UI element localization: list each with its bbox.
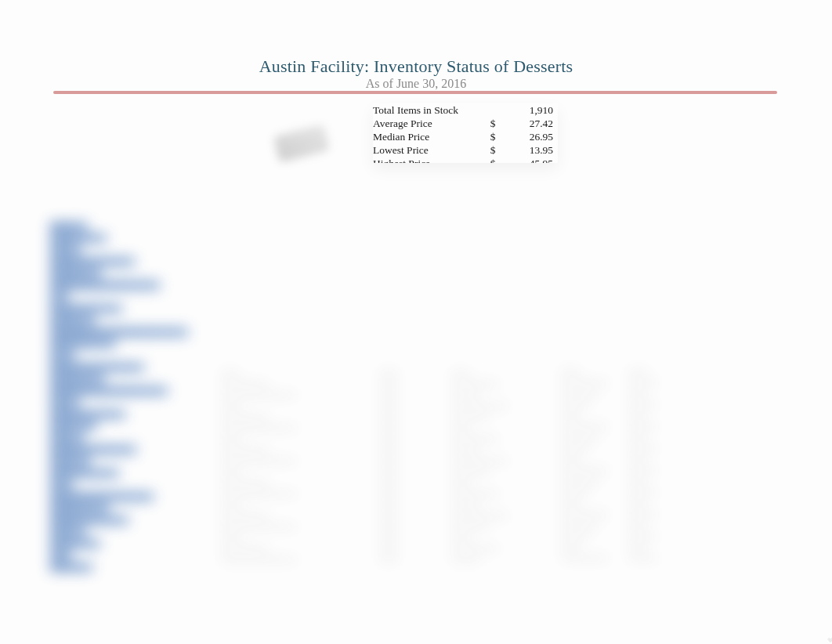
divider (53, 91, 777, 94)
blurred-column: ————————————————————————————————————————… (221, 367, 346, 564)
summary-symbol: $ (483, 143, 503, 157)
blurred-graphic (273, 125, 330, 163)
summary-value: 13.95 (503, 143, 558, 157)
report-page: Austin Facility: Inventory Status of Des… (0, 0, 832, 644)
summary-value: 1,910 (503, 103, 558, 117)
summary-symbol: $ (483, 117, 503, 130)
blurred-column: ————————————————————————————————————————… (628, 365, 657, 563)
summary-label: Total Items in Stock (373, 103, 483, 117)
summary-row-total: Total Items in Stock 1,910 (373, 103, 558, 117)
summary-label: Average Price (373, 117, 483, 130)
summary-row-highest: Highest Price $ 45.95 (373, 157, 558, 163)
summary-box: Total Items in Stock 1,910 Average Price… (373, 103, 558, 163)
summary-symbol (483, 103, 503, 117)
blurred-bar-chart (50, 223, 199, 572)
scroll-hint-icon (819, 631, 830, 642)
summary-symbol: $ (483, 130, 503, 143)
summary-label: Lowest Price (373, 143, 483, 157)
blurred-column: ———————————————————————————————————— (379, 367, 401, 564)
summary-value: 45.95 (503, 157, 558, 163)
blurred-column: ————————————————————————————————————————… (451, 367, 514, 564)
summary-row-average: Average Price $ 27.42 (373, 117, 558, 130)
summary-label: Median Price (373, 130, 483, 143)
summary-row-lowest: Lowest Price $ 13.95 (373, 143, 558, 157)
summary-symbol: $ (483, 157, 503, 163)
summary-row-median: Median Price $ 26.95 (373, 130, 558, 143)
summary-value: 27.42 (503, 117, 558, 130)
summary-label: Highest Price (373, 157, 483, 163)
report-date: As of June 30, 2016 (0, 77, 832, 91)
page-title: Austin Facility: Inventory Status of Des… (0, 56, 832, 77)
blurred-column: ————————————————————————————————————————… (561, 365, 608, 563)
summary-value: 26.95 (503, 130, 558, 143)
